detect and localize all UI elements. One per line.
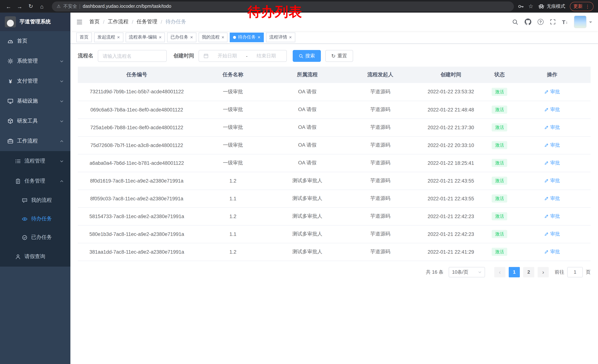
approve-button[interactable]: 审批: [544, 213, 560, 219]
close-tab-icon[interactable]: ×: [222, 35, 224, 40]
chevron-down-icon: [60, 119, 64, 123]
task-id-cell: 73211d9d-7b9b-11ec-b5b7-acde48001122: [78, 83, 196, 101]
status-cell: 激活: [485, 83, 514, 101]
browser-menu-dots-icon[interactable]: ⋮: [585, 4, 590, 9]
sidebar-item-task-management[interactable]: 任务管理: [0, 171, 70, 191]
goto-page-input[interactable]: [567, 267, 583, 277]
sidebar-item-label: 基础设施: [17, 98, 38, 105]
close-tab-icon[interactable]: ×: [117, 35, 120, 40]
page-button-2[interactable]: 2: [523, 267, 534, 277]
tab-start-process[interactable]: 发起流程×: [94, 32, 123, 42]
process-cell: OA 请假: [270, 154, 344, 172]
approve-button[interactable]: 审批: [544, 177, 560, 184]
tab-process-detail[interactable]: 流程详情×: [266, 32, 295, 42]
sidebar-item-workflow[interactable]: 工作流程: [0, 131, 70, 151]
font-glyph: T: [562, 19, 565, 25]
table-row: 73211d9d-7b9b-11ec-b5b7-acde48001122 一级审…: [78, 83, 590, 101]
created-time-cell: 2022-01-21 22:42:23: [416, 225, 486, 243]
help-icon[interactable]: ?: [538, 19, 544, 25]
sidebar-item-process-management[interactable]: 流程管理: [0, 151, 70, 171]
browser-update-chip[interactable]: 更新 ⋮: [570, 2, 594, 11]
search-button[interactable]: 搜索: [293, 50, 321, 62]
next-page-button[interactable]: ›: [538, 267, 549, 277]
clipboard-icon: [15, 178, 21, 184]
approve-button[interactable]: 审批: [544, 249, 560, 255]
sidebar-item-payment[interactable]: ¥ 支付管理: [0, 71, 70, 91]
breadcrumb-home[interactable]: 首页: [89, 18, 100, 25]
search-icon[interactable]: [512, 19, 518, 25]
process-cell: 测试多审批人: [270, 172, 344, 190]
reset-button[interactable]: ↻ 重置: [325, 50, 353, 62]
sidebar-item-home[interactable]: 首页: [0, 31, 70, 51]
user-avatar-menu[interactable]: [574, 16, 592, 28]
browser-refresh-button[interactable]: ↻: [26, 1, 36, 11]
prev-page-button[interactable]: ‹: [494, 267, 505, 277]
sidebar-item-infrastructure[interactable]: 基础设施: [0, 91, 70, 111]
page-size-value: 10条/页: [452, 269, 468, 275]
collapse-sidebar-icon[interactable]: [76, 19, 83, 25]
task-table-wrap: 任务编号 任务名称 所属流程 流程发起人 创建时间 状态 操作 73211d9d…: [70, 67, 598, 261]
sidebar-logo[interactable]: 芋道管理系统: [0, 13, 70, 31]
created-time-cell: 2022-01-21 22:41:29: [416, 243, 486, 261]
tab-my-process[interactable]: 我的流程×: [199, 32, 228, 42]
close-tab-icon[interactable]: ×: [159, 35, 162, 40]
created-time-cell: 2022-01-22 21:37:30: [416, 119, 486, 136]
close-tab-icon[interactable]: ×: [258, 35, 260, 40]
sidebar-item-done-tasks[interactable]: 已办任务: [0, 228, 70, 247]
sidebar-item-leave-query[interactable]: 请假查询: [0, 247, 70, 267]
approve-button[interactable]: 审批: [544, 89, 560, 95]
sidebar-item-devtools[interactable]: 研发工具: [0, 111, 70, 131]
security-label[interactable]: 不安全: [63, 3, 77, 9]
approve-button[interactable]: 审批: [544, 124, 560, 131]
status-badge: 激活: [492, 177, 507, 185]
tab-form-edit[interactable]: 流程表单-编辑×: [125, 32, 165, 42]
sidebar-item-my-process[interactable]: 我的流程: [0, 191, 70, 210]
browser-home-button[interactable]: ⌂: [37, 1, 47, 11]
page-button-1[interactable]: 1: [509, 267, 520, 277]
logo-avatar: [5, 16, 16, 27]
end-date-placeholder[interactable]: 结束日期: [250, 53, 282, 59]
pen-icon: [544, 232, 549, 236]
pen-icon: [544, 161, 549, 165]
close-tab-icon[interactable]: ×: [289, 35, 292, 40]
font-size-icon[interactable]: T↕: [562, 19, 568, 25]
sidebar-item-label: 我的流程: [31, 197, 52, 204]
created-time-cell: 2022-01-21 22:43:55: [416, 190, 486, 207]
process-name-input[interactable]: [103, 53, 162, 59]
chevron-up-icon: [60, 139, 64, 143]
fullscreen-icon[interactable]: [550, 19, 556, 25]
table-row: 75d72608-7b7f-11ec-a3c8-acde48001122 一级审…: [78, 136, 590, 154]
page-size-select[interactable]: 10条/页: [449, 267, 485, 277]
breadcrumb-workflow[interactable]: 工作流程: [108, 18, 129, 25]
chevron-down-icon: [60, 79, 64, 83]
tags-view-bar: 首页 发起流程× 流程表单-编辑× 已办任务× 我的流程× 待办任务× 流程详情…: [70, 31, 598, 44]
tab-done-tasks[interactable]: 已办任务×: [167, 32, 196, 42]
status-badge: 激活: [492, 88, 507, 96]
status-badge: 激活: [492, 212, 507, 220]
browser-back-button[interactable]: ←: [4, 1, 13, 11]
tab-home[interactable]: 首页: [76, 32, 92, 42]
date-range-picker[interactable]: 开始日期 - 结束日期: [199, 50, 287, 62]
bookmark-star-icon[interactable]: ☆: [528, 3, 533, 10]
starter-cell: 芋道源码: [344, 101, 416, 119]
breadcrumb-task-management[interactable]: 任务管理: [137, 18, 158, 25]
back-icon: ←: [6, 3, 11, 9]
approve-button[interactable]: 审批: [544, 106, 560, 113]
pen-icon: [544, 250, 549, 254]
github-icon[interactable]: [525, 18, 531, 25]
col-starter: 流程发起人: [344, 67, 416, 83]
breadcrumb-separator: /: [132, 19, 133, 25]
password-key-icon[interactable]: [518, 3, 524, 9]
sidebar-item-system[interactable]: 系统管理: [0, 51, 70, 71]
approve-button[interactable]: 审批: [544, 160, 560, 166]
sidebar-item-todo-tasks[interactable]: 待办任务: [0, 210, 70, 228]
approve-button[interactable]: 审批: [544, 142, 560, 148]
approve-button[interactable]: 审批: [544, 231, 560, 237]
browser-forward-button[interactable]: →: [15, 1, 25, 11]
close-tab-icon[interactable]: ×: [190, 35, 193, 40]
check-icon: [22, 235, 27, 240]
sidebar-item-label: 请假查询: [25, 253, 45, 260]
start-date-placeholder[interactable]: 开始日期: [212, 53, 243, 59]
tab-todo-tasks[interactable]: 待办任务×: [230, 32, 264, 42]
approve-button[interactable]: 审批: [544, 195, 560, 202]
